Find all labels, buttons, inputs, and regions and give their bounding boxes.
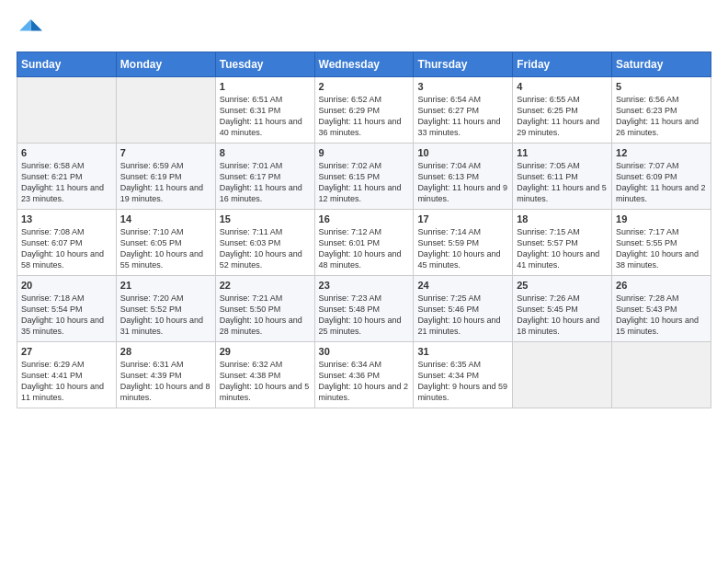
day-cell: 4Sunrise: 6:55 AMSunset: 6:25 PMDaylight… xyxy=(513,77,612,144)
day-info: Sunrise: 7:08 AM xyxy=(21,226,112,237)
day-cell: 16Sunrise: 7:12 AMSunset: 6:01 PMDayligh… xyxy=(314,210,414,276)
day-info: Sunrise: 7:11 AM xyxy=(220,226,311,237)
day-info: Sunset: 6:19 PM xyxy=(120,171,211,182)
day-cell: 1Sunrise: 6:51 AMSunset: 6:31 PMDaylight… xyxy=(215,77,314,144)
day-number: 20 xyxy=(21,280,112,291)
logo xyxy=(17,17,46,42)
day-info: Daylight: 11 hours and 40 minutes. xyxy=(220,116,311,138)
day-info: Sunrise: 7:04 AM xyxy=(417,160,508,171)
day-info: Daylight: 11 hours and 36 minutes. xyxy=(319,116,410,138)
day-info: Daylight: 10 hours and 48 minutes. xyxy=(319,248,410,270)
day-info: Daylight: 11 hours and 26 minutes. xyxy=(616,116,707,138)
day-info: Sunset: 5:55 PM xyxy=(616,237,707,248)
day-info: Sunset: 5:45 PM xyxy=(517,304,608,315)
day-number: 7 xyxy=(120,147,211,158)
day-number: 29 xyxy=(220,346,311,357)
day-info: Daylight: 10 hours and 58 minutes. xyxy=(21,248,112,270)
page: SundayMondayTuesdayWednesdayThursdayFrid… xyxy=(0,0,728,563)
day-cell: 15Sunrise: 7:11 AMSunset: 6:03 PMDayligh… xyxy=(215,210,314,276)
day-info: Sunset: 4:38 PM xyxy=(220,370,311,381)
day-number: 3 xyxy=(417,81,508,92)
day-cell: 14Sunrise: 7:10 AMSunset: 6:05 PMDayligh… xyxy=(116,210,215,276)
day-info: Sunrise: 6:29 AM xyxy=(21,359,112,370)
day-info: Sunrise: 7:05 AM xyxy=(517,160,608,171)
day-info: Daylight: 11 hours and 9 minutes. xyxy=(417,182,508,204)
day-number: 6 xyxy=(21,147,112,158)
day-number: 5 xyxy=(616,81,707,92)
day-cell: 18Sunrise: 7:15 AMSunset: 5:57 PMDayligh… xyxy=(513,210,612,276)
day-cell: 24Sunrise: 7:25 AMSunset: 5:46 PMDayligh… xyxy=(414,276,513,342)
week-row-3: 13Sunrise: 7:08 AMSunset: 6:07 PMDayligh… xyxy=(17,210,711,276)
day-number: 17 xyxy=(417,213,508,224)
day-info: Sunrise: 7:28 AM xyxy=(616,293,707,304)
day-info: Sunset: 6:25 PM xyxy=(517,105,608,116)
day-info: Daylight: 11 hours and 19 minutes. xyxy=(120,182,211,204)
calendar-table: SundayMondayTuesdayWednesdayThursdayFrid… xyxy=(17,52,711,408)
day-cell: 23Sunrise: 7:23 AMSunset: 5:48 PMDayligh… xyxy=(314,276,414,342)
day-info: Sunrise: 6:51 AM xyxy=(220,94,311,105)
day-info: Sunset: 6:07 PM xyxy=(21,237,112,248)
day-info: Sunset: 6:23 PM xyxy=(616,105,707,116)
day-info: Sunset: 5:57 PM xyxy=(517,237,608,248)
day-info: Daylight: 10 hours and 11 minutes. xyxy=(21,381,112,403)
day-info: Sunrise: 7:07 AM xyxy=(616,160,707,171)
day-info: Sunset: 4:41 PM xyxy=(21,370,112,381)
week-row-1: 1Sunrise: 6:51 AMSunset: 6:31 PMDaylight… xyxy=(17,77,711,144)
day-info: Sunset: 5:48 PM xyxy=(319,304,410,315)
day-number: 9 xyxy=(319,147,410,158)
day-info: Daylight: 10 hours and 8 minutes. xyxy=(120,381,211,403)
day-info: Daylight: 10 hours and 21 minutes. xyxy=(417,315,508,337)
day-info: Sunset: 5:50 PM xyxy=(220,304,311,315)
day-number: 23 xyxy=(319,280,410,291)
header-day-wednesday: Wednesday xyxy=(314,52,414,77)
day-info: Daylight: 10 hours and 55 minutes. xyxy=(120,248,211,270)
day-info: Sunset: 6:15 PM xyxy=(319,171,410,182)
day-cell: 10Sunrise: 7:04 AMSunset: 6:13 PMDayligh… xyxy=(414,144,513,210)
day-info: Sunset: 6:17 PM xyxy=(220,171,311,182)
day-info: Sunrise: 6:34 AM xyxy=(319,359,410,370)
day-number: 10 xyxy=(417,147,508,158)
day-cell xyxy=(612,342,711,408)
day-number: 1 xyxy=(220,81,311,92)
day-info: Sunset: 5:59 PM xyxy=(417,237,508,248)
day-number: 21 xyxy=(120,280,211,291)
day-info: Sunrise: 6:52 AM xyxy=(319,94,410,105)
day-info: Daylight: 11 hours and 16 minutes. xyxy=(220,182,311,204)
day-info: Sunset: 5:46 PM xyxy=(417,304,508,315)
day-info: Sunset: 5:54 PM xyxy=(21,304,112,315)
day-info: Daylight: 10 hours and 2 minutes. xyxy=(319,381,410,403)
day-info: Sunset: 6:03 PM xyxy=(220,237,311,248)
day-info: Sunrise: 7:01 AM xyxy=(220,160,311,171)
day-number: 26 xyxy=(616,280,707,291)
day-info: Daylight: 11 hours and 2 minutes. xyxy=(616,182,707,204)
day-info: Daylight: 11 hours and 29 minutes. xyxy=(517,116,608,138)
day-cell: 20Sunrise: 7:18 AMSunset: 5:54 PMDayligh… xyxy=(17,276,117,342)
day-info: Daylight: 10 hours and 5 minutes. xyxy=(220,381,311,403)
day-number: 15 xyxy=(220,213,311,224)
day-info: Daylight: 11 hours and 5 minutes. xyxy=(517,182,608,204)
day-info: Sunrise: 7:21 AM xyxy=(220,293,311,304)
day-cell: 3Sunrise: 6:54 AMSunset: 6:27 PMDaylight… xyxy=(414,77,513,144)
day-info: Sunrise: 6:56 AM xyxy=(616,94,707,105)
day-cell: 5Sunrise: 6:56 AMSunset: 6:23 PMDaylight… xyxy=(612,77,711,144)
day-number: 11 xyxy=(517,147,608,158)
day-info: Sunrise: 6:54 AM xyxy=(417,94,508,105)
day-cell: 9Sunrise: 7:02 AMSunset: 6:15 PMDaylight… xyxy=(314,144,414,210)
day-info: Daylight: 10 hours and 18 minutes. xyxy=(517,315,608,337)
day-info: Sunrise: 6:35 AM xyxy=(417,359,508,370)
day-info: Daylight: 9 hours and 59 minutes. xyxy=(417,381,508,403)
day-number: 2 xyxy=(319,81,410,92)
day-info: Daylight: 10 hours and 52 minutes. xyxy=(220,248,311,270)
header xyxy=(17,17,711,42)
day-number: 4 xyxy=(517,81,608,92)
svg-marker-0 xyxy=(31,19,42,30)
logo-icon xyxy=(17,17,42,42)
day-number: 24 xyxy=(417,280,508,291)
day-number: 14 xyxy=(120,213,211,224)
day-info: Sunrise: 6:55 AM xyxy=(517,94,608,105)
day-info: Daylight: 10 hours and 35 minutes. xyxy=(21,315,112,337)
day-cell: 17Sunrise: 7:14 AMSunset: 5:59 PMDayligh… xyxy=(414,210,513,276)
day-cell: 2Sunrise: 6:52 AMSunset: 6:29 PMDaylight… xyxy=(314,77,414,144)
day-info: Sunrise: 7:26 AM xyxy=(517,293,608,304)
day-cell: 30Sunrise: 6:34 AMSunset: 4:36 PMDayligh… xyxy=(314,342,414,408)
